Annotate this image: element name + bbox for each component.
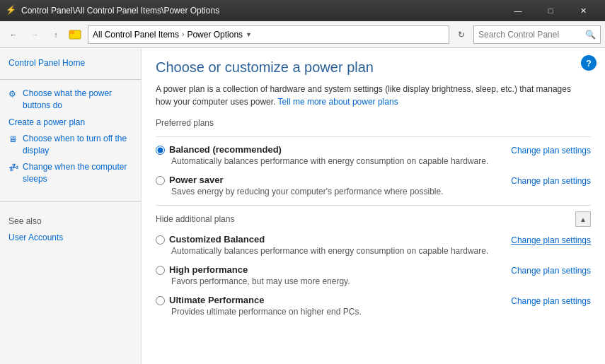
see-also-label: See also [0, 208, 141, 229]
help-button[interactable]: ? [581, 55, 597, 71]
sidebar-divider-bottom [0, 201, 141, 202]
plan-balanced-change-link[interactable]: Change plan settings [511, 146, 591, 155]
plan-customized-balanced-label: Customized Balanced Automatically balanc… [156, 234, 504, 256]
plan-row-balanced: Balanced (recommended) Automatically bal… [156, 144, 591, 166]
sidebar-item-turn-off-display[interactable]: 🖥 Choose when to turn off the display [0, 131, 141, 159]
plan-row-ultimate-performance: Ultimate Performance Provides ultimate p… [156, 295, 591, 317]
window-controls: — □ ✕ [502, 0, 599, 21]
minimize-button[interactable]: — [502, 0, 534, 21]
plan-row-power-saver: Power saver Saves energy by reducing you… [156, 175, 591, 196]
preferred-plans-header: Preferred plans [156, 118, 591, 131]
refresh-button[interactable]: ↻ [452, 25, 471, 44]
window-title: Control Panel\All Control Panel Items\Po… [21, 6, 502, 16]
plan-row-high-performance: High performance Favors performance, but… [156, 264, 591, 286]
sidebar-item-computer-sleeps-label: Change when the computer sleeps [23, 161, 132, 185]
hide-additional-label: Hide additional plans [156, 214, 234, 224]
up-button[interactable]: ↑ [47, 25, 65, 44]
window-icon: ⚡ [6, 5, 17, 16]
sidebar: Control Panel Home ⚙ Choose what the pow… [0, 48, 142, 364]
search-input[interactable] [478, 30, 585, 40]
sidebar-item-power-buttons[interactable]: ⚙ Choose what the power buttons do [0, 86, 141, 114]
svg-rect-1 [69, 30, 74, 34]
hide-additional-header: Hide additional plans ▲ [156, 211, 591, 227]
plan-high-performance-change-link[interactable]: Change plan settings [511, 266, 591, 276]
plan-customized-balanced-radio[interactable] [156, 235, 165, 245]
plan-high-performance-name-row: High performance [156, 264, 504, 275]
search-bar: 🔍 [473, 25, 601, 44]
plan-high-performance-description: Favors performance, but may use more ene… [171, 276, 504, 286]
plan-power-saver-change-link[interactable]: Change plan settings [511, 176, 591, 186]
plan-customized-balanced-name: Customized Balanced [169, 234, 265, 245]
collapse-button[interactable]: ▲ [575, 211, 591, 227]
back-button[interactable]: ← [4, 25, 23, 44]
sidebar-item-turn-off-display-label: Choose when to turn off the display [23, 133, 132, 157]
breadcrumb-sep: › [182, 30, 184, 38]
sidebar-item-power-buttons-label: Choose what the power buttons do [23, 88, 132, 112]
plan-power-saver-name-row: Power saver [156, 175, 504, 185]
power-buttons-icon: ⚙ [8, 88, 20, 100]
plan-ultimate-performance-name: Ultimate Performance [169, 295, 264, 305]
plan-balanced-name-row: Balanced (recommended) [156, 144, 504, 155]
sidebar-item-create-plan[interactable]: Create a power plan [0, 114, 141, 131]
sidebar-divider-top [0, 79, 141, 80]
page-title: Choose or customize a power plan [156, 59, 591, 76]
addressbar: ← → ↑ All Control Panel Items › Power Op… [0, 21, 605, 48]
sidebar-user-accounts-link[interactable]: User Accounts [0, 229, 141, 247]
plan-balanced-name: Balanced (recommended) [169, 144, 282, 155]
maximize-button[interactable]: □ [534, 0, 567, 21]
display-icon: 🖥 [8, 134, 20, 145]
plan-high-performance-name: High performance [169, 264, 248, 275]
breadcrumb-dropdown-icon[interactable]: ▼ [246, 31, 252, 38]
breadcrumb-part2: Power Options [187, 30, 243, 40]
plan-ultimate-performance-label: Ultimate Performance Provides ultimate p… [156, 295, 504, 317]
forward-button[interactable]: → [25, 25, 44, 44]
plan-power-saver-radio[interactable] [156, 176, 165, 185]
content-area: ? Choose or customize a power plan A pow… [142, 48, 605, 364]
sidebar-item-computer-sleeps[interactable]: 💤 Change when the computer sleeps [0, 159, 141, 187]
search-icon: 🔍 [585, 30, 596, 40]
plan-balanced-description: Automatically balances performance with … [171, 156, 504, 166]
plan-power-saver-description: Saves energy by reducing your computer's… [171, 187, 504, 196]
plan-power-saver-label: Power saver Saves energy by reducing you… [156, 175, 504, 196]
sidebar-home-link[interactable]: Control Panel Home [0, 55, 141, 74]
plan-customized-balanced-change-link[interactable]: Change plan settings [511, 235, 591, 245]
plan-ultimate-performance-change-link[interactable]: Change plan settings [511, 296, 591, 306]
plan-row-customized-balanced: Customized Balanced Automatically balanc… [156, 234, 591, 256]
breadcrumb-part1: All Control Panel Items [93, 30, 179, 40]
plan-ultimate-performance-name-row: Ultimate Performance [156, 295, 504, 305]
plan-balanced-radio[interactable] [156, 146, 165, 155]
close-button[interactable]: ✕ [567, 0, 599, 21]
titlebar: ⚡ Control Panel\All Control Panel Items\… [0, 0, 605, 21]
learn-more-link[interactable]: Tell me more about power plans [278, 97, 398, 107]
plan-high-performance-label: High performance Favors performance, but… [156, 264, 504, 286]
hide-additional-section: Hide additional plans ▲ Customized Balan… [156, 205, 591, 317]
preferred-plans-divider [156, 136, 591, 137]
plan-high-performance-radio[interactable] [156, 266, 165, 275]
plan-power-saver-name: Power saver [169, 175, 224, 185]
plan-balanced-label: Balanced (recommended) Automatically bal… [156, 144, 504, 166]
main-layout: Control Panel Home ⚙ Choose what the pow… [0, 48, 605, 364]
plan-customized-balanced-name-row: Customized Balanced [156, 234, 504, 245]
location-icon [68, 28, 82, 42]
breadcrumb[interactable]: All Control Panel Items › Power Options … [88, 25, 449, 44]
plan-customized-balanced-description: Automatically balances performance with … [171, 246, 504, 256]
page-description: A power plan is a collection of hardware… [156, 83, 591, 108]
sleep-icon: 💤 [8, 162, 20, 173]
plan-ultimate-performance-description: Provides ultimate performance on higher … [171, 307, 504, 317]
plan-ultimate-performance-radio[interactable] [156, 296, 165, 305]
